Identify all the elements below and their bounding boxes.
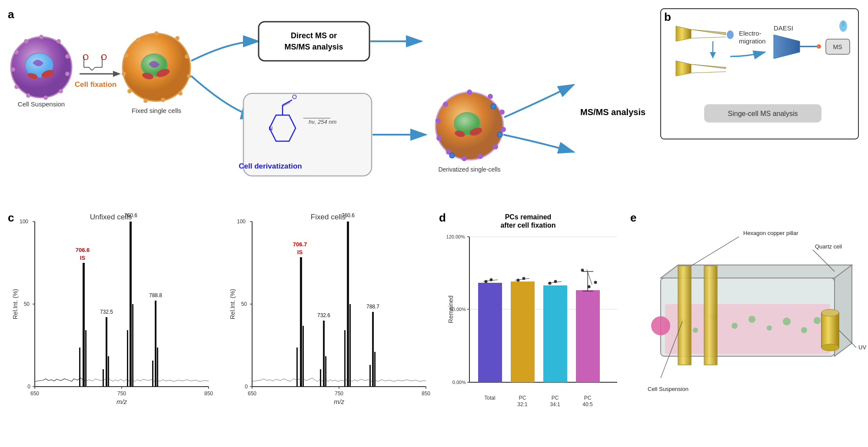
svg-text:0.00%: 0.00% xyxy=(452,380,466,385)
svg-text:0: 0 xyxy=(245,384,248,390)
svg-point-6 xyxy=(43,96,48,100)
svg-rect-101 xyxy=(85,330,86,387)
svg-point-182 xyxy=(821,344,839,351)
svg-point-34 xyxy=(122,72,126,76)
svg-text:100: 100 xyxy=(20,219,28,225)
svg-text:60.00%: 60.00% xyxy=(450,307,466,312)
svg-text:650: 650 xyxy=(30,391,39,397)
svg-point-63 xyxy=(497,132,502,137)
svg-point-7 xyxy=(26,93,30,98)
svg-point-154 xyxy=(522,277,525,280)
svg-point-10 xyxy=(14,50,19,54)
svg-rect-112 xyxy=(152,361,153,387)
svg-rect-136 xyxy=(344,330,346,387)
svg-text:750: 750 xyxy=(335,391,343,397)
svg-text:850: 850 xyxy=(204,391,213,397)
peak-788-fixed: 788.7 xyxy=(366,304,379,310)
svg-rect-133 xyxy=(320,369,321,387)
svg-text:120.00%: 120.00% xyxy=(446,234,466,239)
svg-point-36 xyxy=(136,38,140,42)
svg-point-33 xyxy=(127,89,132,93)
bar-pc341-label2: 34:1 xyxy=(550,401,560,407)
daesi-label: DAESI xyxy=(774,24,793,32)
svg-rect-180 xyxy=(821,313,839,348)
svg-rect-127 xyxy=(300,257,302,387)
panel-d-title1: PCs remained xyxy=(505,213,552,221)
bar-total-label: Total xyxy=(484,395,495,401)
svg-text:100: 100 xyxy=(237,219,246,225)
svg-text:O: O xyxy=(101,53,107,62)
peak-760-fixed: 760.6 xyxy=(342,212,355,219)
main-svg: a Cell Suspension O O xyxy=(0,0,868,447)
svg-text:O: O xyxy=(83,53,89,62)
bar-pc405 xyxy=(576,290,600,382)
svg-rect-137 xyxy=(372,312,374,387)
svg-rect-111 xyxy=(157,348,158,387)
is-label-fixed: IS xyxy=(297,249,303,255)
svg-text:O: O xyxy=(292,93,297,100)
svg-rect-131 xyxy=(323,321,325,387)
svg-point-57 xyxy=(462,156,467,161)
svg-point-53 xyxy=(499,109,505,115)
svg-text:750: 750 xyxy=(117,391,126,397)
bar-pc341 xyxy=(543,285,567,382)
svg-point-30 xyxy=(178,91,183,96)
bar-total xyxy=(478,283,502,382)
svg-point-181 xyxy=(821,309,839,316)
svg-text:706.7: 706.7 xyxy=(293,241,307,248)
bar-pc321-label2: 32:1 xyxy=(517,401,528,407)
svg-line-21 xyxy=(92,67,95,70)
svg-point-31 xyxy=(161,98,165,102)
svg-point-161 xyxy=(594,281,597,284)
svg-rect-40 xyxy=(259,22,369,61)
svg-point-174 xyxy=(748,316,755,323)
bar-pc405-label2: 40:5 xyxy=(582,401,593,407)
svg-text:N: N xyxy=(269,125,273,132)
deriv-cells-label: Derivatized single-cells xyxy=(438,166,500,173)
svg-text:MS: MS xyxy=(833,43,842,50)
cell-suspension-e-label: Cell Suspension xyxy=(648,386,688,392)
bar-pc321-label1: PC xyxy=(519,395,526,401)
svg-point-177 xyxy=(801,327,807,333)
svg-point-54 xyxy=(501,127,506,132)
svg-line-20 xyxy=(89,67,92,70)
fixed-cells-label: Fixed single cells xyxy=(132,107,181,114)
svg-marker-24 xyxy=(113,71,121,77)
msms-analysis-label: MS/MS analysis xyxy=(580,107,645,117)
svg-line-186 xyxy=(691,237,739,266)
unfixed-y-label: Rel.Int. (%) xyxy=(12,289,19,319)
peak-788-unfixed: 788.8 xyxy=(149,292,162,298)
unfixed-x-label: m/z xyxy=(116,398,127,405)
svg-point-72 xyxy=(727,30,734,39)
bar-pc341-label1: PC xyxy=(552,395,559,401)
svg-point-171 xyxy=(693,328,698,333)
bar-pc405-label1: PC xyxy=(584,395,592,401)
svg-rect-107 xyxy=(130,222,132,387)
svg-point-51 xyxy=(467,89,472,95)
panel-b-label: b xyxy=(664,10,671,23)
svg-rect-104 xyxy=(106,317,107,387)
cell-fixation-label: Cell fixation xyxy=(75,80,116,89)
svg-point-64 xyxy=(449,153,455,158)
svg-point-4 xyxy=(65,72,70,76)
svg-point-183 xyxy=(651,316,670,335)
hv-label: hν, 254 nm xyxy=(309,119,336,125)
electromigration-label: Electro- xyxy=(739,30,762,37)
svg-text:706.6: 706.6 xyxy=(76,247,90,253)
svg-point-175 xyxy=(767,325,772,331)
direct-ms-label: Direct MS or xyxy=(291,31,337,40)
svg-text:migration: migration xyxy=(739,37,766,45)
svg-point-2 xyxy=(57,39,61,43)
svg-point-9 xyxy=(11,67,15,72)
peak-732-unfixed: 732.5 xyxy=(100,309,113,315)
svg-rect-138 xyxy=(374,352,376,387)
svg-rect-132 xyxy=(325,356,326,387)
svg-rect-102 xyxy=(79,348,80,387)
svg-point-62 xyxy=(491,104,496,109)
svg-point-35 xyxy=(124,53,128,58)
svg-point-59 xyxy=(436,136,442,141)
svg-point-55 xyxy=(493,144,498,149)
svg-text:MS/MS analysis: MS/MS analysis xyxy=(284,43,343,51)
svg-rect-106 xyxy=(103,369,104,387)
svg-point-11 xyxy=(24,39,28,43)
